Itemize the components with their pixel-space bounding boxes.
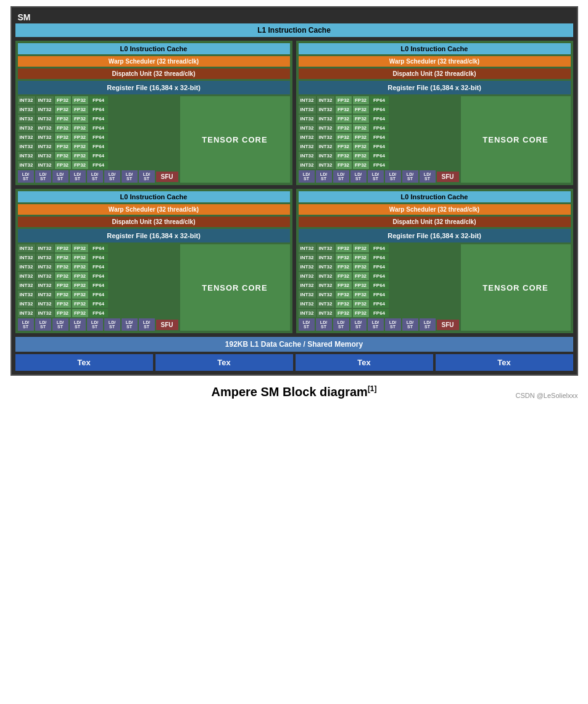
int32-cell: INT32: [36, 152, 54, 160]
tex-cell-1: Tex: [15, 354, 153, 371]
fp64-cell: FP64: [370, 291, 389, 299]
bottom-quadrants-row: L0 Instruction Cache Warp Scheduler (32 …: [15, 189, 573, 333]
tex-cell-4: Tex: [436, 354, 573, 371]
fp32-cell: FP32: [353, 263, 369, 271]
ld-st-cell: LD/ST: [87, 170, 103, 183]
int32-cell: INT32: [18, 124, 35, 132]
ld-st-row: LD/ST LD/ST LD/ST LD/ST LD/ST LD/ST LD/S…: [18, 170, 178, 183]
int32-cell: INT32: [36, 115, 54, 123]
fp64-cell: FP64: [370, 115, 389, 123]
ld-st-cell: LD/ST: [139, 170, 155, 183]
int32-cell: INT32: [299, 300, 316, 308]
tensor-core-bl: TENSOR CORE: [180, 244, 290, 331]
int32-cell: INT32: [299, 115, 316, 123]
fp32-cell: FP32: [55, 143, 71, 151]
core-row: INT32 INT32 FP32 FP32 FP64: [18, 300, 178, 308]
int32-cell: INT32: [317, 143, 334, 151]
int32-cell: INT32: [317, 124, 334, 132]
core-row: INT32 INT32 FP32 FP32 FP64: [299, 263, 459, 271]
fp64-cell: FP64: [89, 96, 108, 104]
fp32-cell: FP32: [336, 309, 352, 317]
int32-cell: INT32: [317, 309, 334, 317]
sfu-cell: SFU: [437, 172, 459, 182]
core-row: INT32 INT32 FP32 FP32 FP64: [299, 124, 459, 132]
core-row: INT32 INT32 FP32 FP32 FP64: [299, 300, 459, 308]
fp32-cell: FP32: [353, 281, 369, 289]
top-quadrants-row: L0 Instruction Cache Warp Scheduler (32 …: [15, 41, 573, 185]
fp32-cell: FP32: [353, 124, 369, 132]
core-row: INT32 INT32 FP32 FP32 FP64: [299, 254, 459, 262]
fp32-cell: FP32: [72, 124, 88, 132]
int32-cell: INT32: [299, 291, 316, 299]
core-row: INT32 INT32 FP32 FP32 FP64: [299, 96, 459, 104]
int32-cell: INT32: [317, 244, 334, 252]
fp32-cell: FP32: [55, 106, 71, 114]
int32-cell: INT32: [317, 115, 334, 123]
fp64-cell: FP64: [370, 309, 389, 317]
tensor-core-br: TENSOR CORE: [461, 244, 571, 331]
fp32-cell: FP32: [55, 300, 71, 308]
warp-scheduler-br: Warp Scheduler (32 thread/clk): [299, 204, 571, 215]
int32-cell: INT32: [299, 124, 316, 132]
fp64-cell: FP64: [89, 254, 108, 262]
int32-cell: INT32: [36, 254, 54, 262]
ld-st-row: LD/ST LD/ST LD/ST LD/ST LD/ST LD/ST LD/S…: [299, 170, 459, 183]
warp-scheduler-tr: Warp Scheduler (32 thread/clk): [299, 56, 571, 67]
ld-st-cell: LD/ST: [420, 170, 436, 183]
fp32-cell: FP32: [72, 263, 88, 271]
fp64-cell: FP64: [370, 254, 389, 262]
l0-cache-bl: L0 Instruction Cache: [18, 191, 290, 202]
fp32-cell: FP32: [336, 96, 352, 104]
fp32-cell: FP32: [55, 291, 71, 299]
cores-left-bl: INT32 INT32 FP32 FP32 FP64 INT32 INT32 F…: [18, 244, 178, 331]
dispatch-unit-bl: Dispatch Unit (32 thread/clk): [18, 217, 290, 227]
dispatch-unit-tr: Dispatch Unit (32 thread/clk): [299, 68, 571, 79]
int32-cell: INT32: [36, 161, 54, 169]
int32-cell: INT32: [299, 281, 316, 289]
core-row: INT32 INT32 FP32 FP32 FP64: [299, 143, 459, 151]
fp32-cell: FP32: [336, 161, 352, 169]
fp32-cell: FP32: [353, 143, 369, 151]
fp64-cell: FP64: [89, 152, 108, 160]
fp64-cell: FP64: [89, 244, 108, 252]
ld-st-cell: LD/ST: [139, 318, 155, 331]
int32-cell: INT32: [317, 106, 334, 114]
core-row: INT32 INT32 FP32 FP32 FP64: [299, 161, 459, 169]
fp32-cell: FP32: [55, 272, 71, 280]
fp32-cell: FP32: [336, 124, 352, 132]
int32-cell: INT32: [18, 161, 35, 169]
fp32-cell: FP32: [72, 272, 88, 280]
int32-cell: INT32: [299, 254, 316, 262]
fp64-cell: FP64: [89, 133, 108, 141]
fp32-cell: FP32: [55, 152, 71, 160]
ld-st-cell: LD/ST: [70, 170, 86, 183]
fp32-cell: FP32: [55, 309, 71, 317]
fp32-cell: FP32: [55, 254, 71, 262]
ld-st-cell: LD/ST: [350, 318, 366, 331]
fp64-cell: FP64: [370, 124, 389, 132]
csdn-label: CSDN @LeSolielxxx: [515, 392, 578, 399]
tex-cell-2: Tex: [155, 354, 293, 371]
int32-cell: INT32: [317, 152, 334, 160]
fp64-cell: FP64: [89, 300, 108, 308]
ld-st-cell: LD/ST: [299, 318, 315, 331]
core-row: INT32 INT32 FP32 FP32 FP64: [18, 143, 178, 151]
ld-st-cell: LD/ST: [299, 170, 315, 183]
cores-section-bl: INT32 INT32 FP32 FP32 FP64 INT32 INT32 F…: [18, 244, 290, 331]
fp64-cell: FP64: [89, 272, 108, 280]
fp64-cell: FP64: [89, 309, 108, 317]
l1-data-cache: 192KB L1 Data Cache / Shared Memory: [15, 337, 573, 352]
fp32-cell: FP32: [72, 115, 88, 123]
fp32-cell: FP32: [336, 244, 352, 252]
int32-cell: INT32: [36, 309, 54, 317]
fp32-cell: FP32: [72, 254, 88, 262]
int32-cell: INT32: [317, 133, 334, 141]
ld-st-cell: LD/ST: [52, 318, 68, 331]
int32-cell: INT32: [18, 106, 35, 114]
int32-cell: INT32: [18, 263, 35, 271]
core-row: INT32 INT32 FP32 FP32 FP64: [18, 152, 178, 160]
sfu-cell: SFU: [156, 320, 178, 330]
ld-st-cell: LD/ST: [52, 170, 68, 183]
fp64-cell: FP64: [370, 300, 389, 308]
fp64-cell: FP64: [370, 244, 389, 252]
